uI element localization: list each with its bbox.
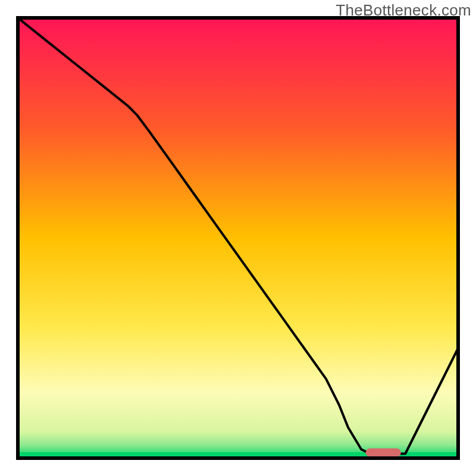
watermark-text: TheBottleneck.com — [336, 1, 471, 20]
gradient-background — [18, 18, 458, 458]
bottleneck-chart — [0, 0, 476, 476]
optimal-range-marker — [366, 449, 401, 457]
